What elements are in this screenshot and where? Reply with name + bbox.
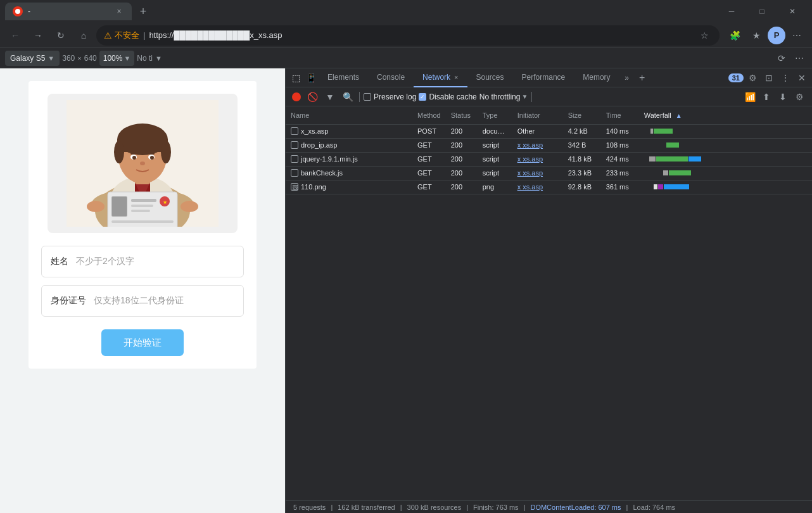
main-content: ★ 姓名 不少于2个汉字 身份证号 仅支持18位二代身份证 开始验证: [0, 68, 812, 513]
record-button[interactable]: [292, 92, 301, 101]
row-name: 🖼 110.png: [286, 180, 412, 194]
table-row[interactable]: jquery-1.9.1.min.js GET 200 script x xs.…: [286, 152, 812, 166]
device-emulation-icon[interactable]: 📱: [303, 70, 319, 86]
col-waterfall[interactable]: Waterfall ▲: [639, 106, 812, 124]
devtools-close-icon[interactable]: ✕: [794, 70, 809, 86]
clear-network-icon[interactable]: 🚫: [305, 89, 320, 104]
col-time[interactable]: Time: [601, 106, 639, 124]
row-size: 342 B: [563, 138, 601, 152]
rotate-icon[interactable]: ⟳: [774, 51, 789, 66]
back-button[interactable]: ←: [5, 25, 25, 46]
name-field[interactable]: 姓名 不少于2个汉字: [41, 246, 244, 277]
tab-network[interactable]: Network ×: [414, 68, 467, 87]
throttle-dropdown-icon: ▼: [155, 54, 162, 62]
table-row[interactable]: 🖼 110.png GET 200 png x xs.asp 92.8 kB 3…: [286, 180, 812, 194]
row-method: GET: [412, 180, 446, 194]
file-icon: [291, 141, 298, 149]
disable-cache-checkbox[interactable]: Disable cache: [419, 92, 476, 101]
address-bar[interactable]: ⚠ 不安全 | https://█████████████x_xs.asp ☆: [96, 25, 720, 46]
col-size[interactable]: Size: [563, 106, 601, 124]
zoom-dropdown-icon: ▼: [124, 54, 130, 62]
row-time: 361 ms: [601, 180, 639, 194]
security-badge: ⚠ 不安全: [104, 30, 139, 41]
window-controls: ─ □ ✕: [717, 0, 807, 23]
new-tab-devtools-icon[interactable]: +: [635, 70, 650, 86]
zoom-selector[interactable]: 100% ▼: [99, 51, 135, 66]
load-time: Load: 764 ms: [633, 504, 675, 511]
device-selector[interactable]: Galaxy S5 ▼: [5, 51, 60, 66]
svg-point-14: [132, 156, 136, 160]
close-button[interactable]: ✕: [778, 0, 807, 23]
svg-rect-29: [111, 220, 174, 223]
row-method: GET: [412, 138, 446, 152]
initiator-link[interactable]: x xs.asp: [517, 169, 543, 177]
tab-elements[interactable]: Elements: [319, 68, 368, 87]
devtools-settings-icon[interactable]: ⚙: [745, 70, 760, 86]
wifi-icon[interactable]: 📶: [742, 89, 758, 104]
row-status: 200: [446, 152, 478, 166]
warning-icon: ⚠: [104, 30, 112, 41]
tab-memory[interactable]: Memory: [574, 68, 619, 87]
filter-icon[interactable]: ▼: [322, 89, 338, 104]
favorites-icon[interactable]: ★: [746, 25, 766, 46]
home-button[interactable]: ⌂: [73, 25, 94, 46]
devtools-more-icon[interactable]: ⋮: [778, 70, 793, 86]
file-icon: [291, 169, 298, 177]
devtools-dock-icon[interactable]: ⊡: [761, 70, 777, 86]
initiator-link[interactable]: x xs.asp: [517, 155, 543, 163]
file-icon: 🖼: [291, 183, 298, 191]
devtools-panel: ⬚ 📱 Elements Console Network × Sources P…: [285, 68, 812, 513]
domcontentloaded-time[interactable]: DOMContentLoaded: 607 ms: [530, 504, 621, 511]
col-initiator[interactable]: Initiator: [512, 106, 563, 124]
table-row[interactable]: bankCheck.js GET 200 script x xs.asp 23.…: [286, 166, 812, 180]
tab-performance[interactable]: Performance: [513, 68, 574, 87]
col-type[interactable]: Type: [478, 106, 512, 124]
bookmark-star-icon[interactable]: ☆: [697, 28, 712, 43]
tab-sources[interactable]: Sources: [467, 68, 513, 87]
network-tab-close-icon[interactable]: ×: [454, 73, 458, 81]
id-card-illustration: ★: [48, 94, 238, 233]
more-options-icon[interactable]: ⋯: [787, 25, 807, 46]
toolbar-right: 🧩 ★ P ⋯: [725, 25, 807, 46]
col-status[interactable]: Status: [446, 106, 478, 124]
file-icon: [291, 127, 298, 135]
profile-avatar[interactable]: P: [768, 27, 785, 44]
id-label: 身份证号: [51, 295, 86, 307]
row-size: 41.8 kB: [563, 152, 601, 166]
network-settings-icon[interactable]: ⚙: [792, 89, 807, 104]
initiator-link[interactable]: x xs.asp: [517, 141, 543, 149]
preserve-log-checkbox[interactable]: Preserve log: [364, 92, 416, 101]
throttle-indicator[interactable]: No ti ▼: [137, 54, 162, 63]
more-tabs-icon[interactable]: »: [619, 70, 635, 86]
download-icon[interactable]: ⬇: [775, 89, 790, 104]
initiator-link[interactable]: x xs.asp: [517, 183, 543, 191]
row-method: GET: [412, 152, 446, 166]
throttle-dropdown[interactable]: No throttling ▼: [479, 92, 528, 101]
more-device-options-icon[interactable]: ⋯: [792, 51, 807, 66]
search-network-icon[interactable]: 🔍: [340, 89, 355, 104]
restore-button[interactable]: □: [747, 0, 777, 23]
col-method[interactable]: Method: [412, 106, 446, 124]
table-row[interactable]: drop_ip.asp GET 200 script x xs.asp 342 …: [286, 138, 812, 152]
table-row[interactable]: x_xs.asp POST 200 docu… Other 4.2 kB 140…: [286, 124, 812, 138]
col-name[interactable]: Name: [286, 106, 412, 124]
refresh-button[interactable]: ↻: [51, 25, 71, 46]
file-name: x_xs.asp: [301, 127, 328, 135]
person-illustration: ★: [67, 100, 219, 227]
width-value: 360: [62, 54, 75, 63]
url-separator: |: [143, 30, 145, 40]
status-separator-2: |: [400, 504, 402, 511]
name-label: 姓名: [51, 256, 68, 267]
forward-button[interactable]: →: [28, 25, 48, 46]
upload-icon[interactable]: ⬆: [759, 89, 774, 104]
submit-button[interactable]: 开始验证: [101, 329, 184, 356]
id-field[interactable]: 身份证号 仅支持18位二代身份证: [41, 285, 244, 317]
row-initiator: Other: [512, 124, 563, 138]
new-tab-button[interactable]: +: [134, 3, 152, 20]
inspect-element-icon[interactable]: ⬚: [288, 70, 303, 86]
tab-console[interactable]: Console: [368, 68, 414, 87]
extensions-icon[interactable]: 🧩: [725, 25, 745, 46]
browser-tab[interactable]: - ×: [5, 3, 132, 20]
tab-close-button[interactable]: ×: [114, 6, 124, 16]
minimize-button[interactable]: ─: [717, 0, 746, 23]
